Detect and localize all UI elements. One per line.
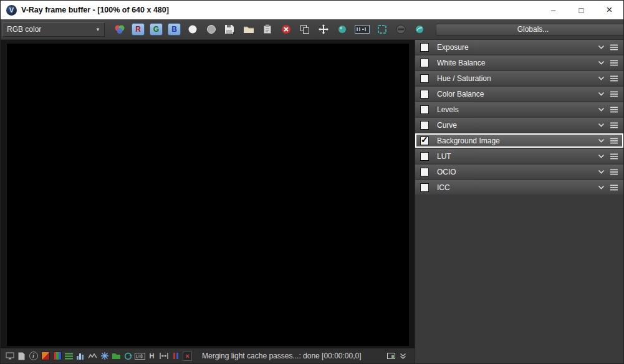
fit-width-icon[interactable]: [158, 351, 169, 362]
menu-icon[interactable]: [610, 91, 618, 97]
color-sample-icon[interactable]: [40, 351, 50, 362]
alpha-channel-icon[interactable]: [204, 22, 219, 37]
copy-clipboard-icon[interactable]: [260, 22, 275, 37]
green-channel-button[interactable]: G: [150, 23, 163, 36]
stop-render-icon[interactable]: [393, 22, 408, 37]
letter-h-icon[interactable]: H: [146, 351, 157, 362]
menu-icon[interactable]: [610, 44, 618, 50]
chevron-down-icon[interactable]: [598, 154, 605, 158]
correction-row-levels[interactable]: Levels: [415, 102, 623, 117]
menu-icon[interactable]: [610, 138, 618, 144]
refresh-icon[interactable]: [123, 351, 133, 362]
checkbox[interactable]: [420, 152, 429, 161]
info-icon[interactable]: i: [28, 351, 39, 362]
row-label: Hue / Saturation: [437, 74, 598, 83]
toolbar-left: RGB color ▼ R G B: [1, 19, 429, 39]
checkbox[interactable]: [420, 74, 429, 83]
correction-row-exposure[interactable]: Exposure: [415, 40, 623, 54]
checkbox[interactable]: [420, 90, 429, 98]
menu-icon[interactable]: [610, 75, 618, 82]
color-channels-icon[interactable]: [112, 22, 127, 37]
correction-row-white-balance[interactable]: White Balance: [415, 55, 623, 70]
channel-select[interactable]: RGB color ▼: [2, 22, 105, 37]
chevron-down-icon[interactable]: [598, 138, 605, 143]
document-icon[interactable]: [16, 351, 27, 362]
close-button[interactable]: ×: [595, 1, 623, 19]
load-image-icon[interactable]: [241, 22, 256, 37]
duplicate-window-icon[interactable]: [297, 22, 312, 37]
chevron-down-icon[interactable]: [598, 107, 605, 112]
viewport-column: i H × Merging light cache passes...: don…: [1, 40, 415, 363]
status-message: Merging light cache passes...: done [00:…: [202, 352, 362, 360]
checkbox[interactable]: [420, 43, 429, 52]
menu-icon[interactable]: [610, 122, 618, 128]
checkbox[interactable]: [420, 105, 429, 114]
red-channel-button[interactable]: R: [132, 23, 145, 36]
histogram-icon[interactable]: [75, 351, 86, 362]
globals-button[interactable]: Globals...: [436, 24, 624, 36]
row-label: LUT: [437, 152, 598, 161]
list-icon[interactable]: [64, 351, 74, 362]
chevron-down-icon[interactable]: [598, 170, 605, 174]
stamp-icon[interactable]: [353, 22, 371, 37]
chevron-down-icon[interactable]: [598, 45, 605, 49]
waveform-icon[interactable]: [87, 351, 98, 362]
row-label: Curve: [437, 121, 598, 130]
chevron-down-icon[interactable]: [598, 123, 605, 127]
track-mouse-icon[interactable]: [316, 22, 331, 37]
correction-row-background-image[interactable]: Background Image: [415, 133, 623, 148]
region-render-icon[interactable]: [375, 22, 390, 37]
asterisk-icon[interactable]: [99, 351, 110, 362]
window-title: V-Ray frame buffer - [100% of 640 x 480]: [21, 6, 169, 14]
correction-row-curve[interactable]: Curve: [415, 118, 623, 132]
folder-icon[interactable]: [111, 351, 122, 362]
correction-row-ocio[interactable]: OCIO: [415, 165, 623, 179]
monitor-icon[interactable]: [4, 351, 15, 362]
chevron-down-icon[interactable]: [598, 60, 605, 65]
checkbox[interactable]: [420, 183, 429, 192]
menu-icon[interactable]: [610, 169, 618, 175]
render-image: [7, 44, 409, 346]
row-label: Background Image: [437, 136, 598, 145]
menu-icon[interactable]: [610, 153, 618, 160]
row-label: Color Balance: [437, 90, 598, 98]
chevron-down-icon[interactable]: [598, 76, 605, 80]
toolbar: RGB color ▼ R G B: [1, 19, 623, 40]
vray-frame-buffer-window: V V-Ray frame buffer - [100% of 640 x 48…: [0, 0, 624, 364]
close-stats-icon[interactable]: ×: [182, 351, 193, 362]
menu-icon[interactable]: [610, 107, 618, 113]
menu-icon[interactable]: [610, 184, 618, 191]
collapse-chevrons-icon[interactable]: [398, 351, 408, 362]
save-image-icon[interactable]: [223, 22, 238, 37]
correction-row-color-balance[interactable]: Color Balance: [415, 87, 623, 101]
checkbox[interactable]: [420, 168, 429, 176]
checkbox[interactable]: [420, 136, 429, 145]
chevron-down-icon[interactable]: [598, 185, 605, 189]
row-label: ICC: [437, 183, 598, 192]
row-label: Exposure: [437, 43, 598, 52]
chevron-down-icon[interactable]: [598, 92, 605, 96]
checkbox[interactable]: [420, 59, 429, 67]
statusbar: i H × Merging light cache passes...: don…: [1, 348, 415, 363]
menu-icon[interactable]: [610, 60, 618, 66]
correction-row-lut[interactable]: LUT: [415, 149, 623, 163]
correction-row-hue-saturation[interactable]: Hue / Saturation: [415, 71, 623, 85]
correction-row-icc[interactable]: ICC: [415, 180, 623, 194]
corrections-panel: Exposure White Balance Hue / Saturation …: [415, 40, 623, 363]
checkbox[interactable]: [420, 121, 429, 130]
row-label: White Balance: [437, 59, 598, 67]
lcd-icon[interactable]: [135, 351, 145, 362]
monochrome-channel-icon[interactable]: [185, 22, 200, 37]
vray-logo-icon: V: [6, 5, 17, 16]
window-controls: – □ ×: [539, 1, 623, 19]
minimize-button[interactable]: –: [539, 1, 567, 19]
blue-channel-button[interactable]: B: [168, 23, 181, 36]
render-last-icon[interactable]: [335, 22, 350, 37]
maximize-button[interactable]: □: [567, 1, 595, 19]
lens-effects-icon[interactable]: [412, 22, 427, 37]
compare-bars-icon[interactable]: [170, 351, 181, 362]
chevron-down-icon: ▼: [95, 27, 100, 32]
rgb-pixels-icon[interactable]: [52, 351, 62, 362]
frame-outline-icon[interactable]: [386, 351, 396, 362]
clear-image-icon[interactable]: [279, 22, 294, 37]
